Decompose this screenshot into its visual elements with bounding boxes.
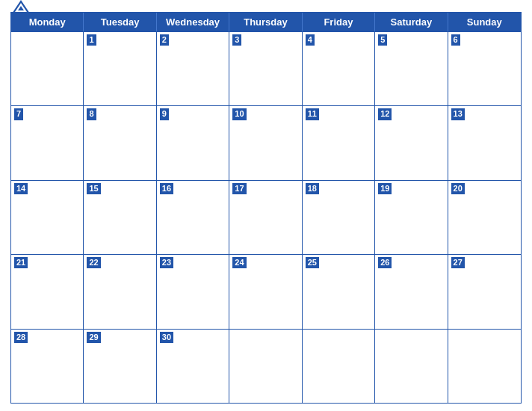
day-header-thursday: Thursday: [229, 13, 302, 31]
day-header-sunday: Sunday: [448, 13, 521, 31]
day-cell: 19: [375, 181, 448, 254]
day-cell: 2: [157, 32, 229, 105]
day-cell: 1: [84, 32, 156, 105]
day-number: 2: [160, 34, 169, 46]
day-number: 23: [160, 257, 173, 268]
day-number: 8: [87, 108, 96, 120]
day-number: 11: [306, 108, 319, 120]
day-cell: 13: [448, 106, 521, 179]
day-cell: 25: [303, 255, 375, 328]
day-cell: 24: [229, 255, 302, 328]
week-row-3: 14151617181920: [11, 180, 521, 254]
day-header-wednesday: Wednesday: [157, 13, 229, 31]
day-cell: [303, 330, 375, 403]
day-number: 6: [451, 34, 460, 46]
day-cell: 15: [84, 181, 156, 254]
day-cell: 29: [84, 330, 156, 403]
day-cell: [229, 330, 302, 403]
day-cell: 8: [84, 106, 156, 179]
day-cell: 27: [448, 255, 521, 328]
logo: [10, 0, 34, 16]
day-cell: [448, 330, 521, 403]
day-cell: [375, 330, 448, 403]
week-row-2: 78910111213: [11, 105, 521, 179]
day-header-tuesday: Tuesday: [84, 13, 156, 31]
day-number: 24: [232, 257, 246, 268]
day-headers-row: MondayTuesdayWednesdayThursdayFridaySatu…: [11, 13, 521, 31]
day-cell: 17: [229, 181, 302, 254]
day-number: 18: [306, 183, 319, 194]
logo-icon: [10, 0, 31, 16]
day-cell: 11: [303, 106, 375, 179]
day-number: 30: [160, 332, 173, 343]
calendar-grid: MondayTuesdayWednesdayThursdayFridaySatu…: [10, 12, 522, 404]
calendar-body: 1234567891011121314151617181920212223242…: [11, 31, 521, 403]
day-number: 4: [306, 34, 315, 46]
day-number: 25: [306, 257, 319, 268]
day-cell: 18: [303, 181, 375, 254]
day-number: 27: [451, 257, 465, 268]
day-number: 15: [87, 183, 100, 194]
week-row-4: 21222324252627: [11, 254, 521, 328]
day-number: 19: [378, 183, 392, 194]
day-number: 29: [87, 332, 100, 343]
day-number: 12: [378, 108, 392, 120]
day-number: 5: [378, 34, 387, 46]
day-cell: 10: [229, 106, 302, 179]
day-cell: 23: [157, 255, 229, 328]
day-cell: 7: [11, 106, 84, 179]
day-number: 17: [232, 183, 246, 194]
day-number: 22: [87, 257, 100, 268]
day-cell: 30: [157, 330, 229, 403]
day-number: 13: [451, 108, 465, 120]
day-cell: 22: [84, 255, 156, 328]
day-cell: 26: [375, 255, 448, 328]
day-number: 26: [378, 257, 392, 268]
day-cell: 28: [11, 330, 84, 403]
day-number: 10: [232, 108, 246, 120]
day-number: 3: [232, 34, 241, 46]
week-row-1: 123456: [11, 31, 521, 105]
day-cell: 3: [229, 32, 302, 105]
day-cell: 6: [448, 32, 521, 105]
day-number: 9: [160, 108, 169, 120]
day-cell: 20: [448, 181, 521, 254]
day-cell: 5: [375, 32, 448, 105]
day-number: 28: [14, 332, 28, 343]
day-number: 16: [160, 183, 173, 194]
day-header-saturday: Saturday: [375, 13, 448, 31]
day-cell: [11, 32, 84, 105]
day-number: 20: [451, 183, 465, 194]
day-cell: 14: [11, 181, 84, 254]
day-number: 21: [14, 257, 28, 268]
day-number: 14: [14, 183, 28, 194]
day-number: 7: [14, 108, 23, 120]
calendar-page: MondayTuesdayWednesdayThursdayFridaySatu…: [0, 0, 532, 411]
day-cell: 16: [157, 181, 229, 254]
day-cell: 9: [157, 106, 229, 179]
day-number: 1: [87, 34, 96, 46]
day-header-friday: Friday: [303, 13, 375, 31]
day-cell: 12: [375, 106, 448, 179]
week-row-5: 282930: [11, 329, 521, 403]
day-cell: 21: [11, 255, 84, 328]
day-cell: 4: [303, 32, 375, 105]
